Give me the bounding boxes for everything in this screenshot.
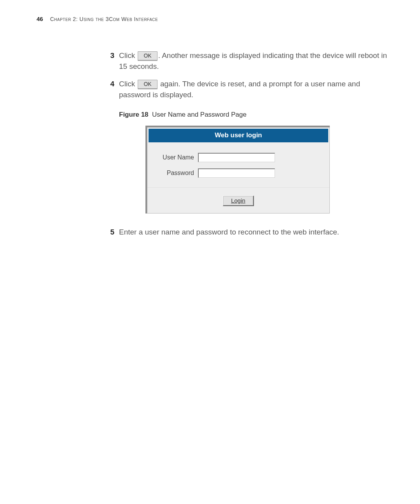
login-panel-body: User Name Password (147, 144, 329, 188)
step-4: 4 Click OK again. The device is reset, a… (109, 79, 387, 100)
running-header: 46 Chapter 2: Using the 3Com Web Interfa… (37, 16, 393, 22)
login-panel: Web user login User Name Password (145, 126, 330, 214)
figure-label: Figure 18 (119, 111, 149, 118)
password-input[interactable] (198, 168, 275, 178)
login-panel-title: Web user login (149, 129, 328, 142)
password-row: Password (156, 168, 321, 178)
step-5: 5 Enter a user name and password to reco… (109, 227, 387, 238)
ok-button-graphic: OK (138, 51, 157, 60)
figure-caption: Figure 18 User Name and Password Page (119, 111, 387, 119)
panel-main: Web user login User Name Password (147, 127, 330, 214)
figure-caption-text: User Name and Password Page (152, 111, 247, 118)
username-input[interactable] (198, 153, 275, 162)
panel-outer-bevel: Web user login User Name Password (145, 126, 330, 214)
step-3: 3 Click OK. Another message is displayed… (109, 50, 387, 72)
login-button[interactable]: Login (223, 196, 254, 206)
step-3-before: Click (119, 51, 137, 60)
login-panel-footer: Login (147, 188, 329, 213)
password-label: Password (156, 170, 194, 177)
step-text: Enter a user name and password to reconn… (119, 227, 387, 238)
username-label: User Name (156, 154, 194, 161)
chapter-title: Chapter 2: Using the 3Com Web Interface (50, 16, 158, 22)
document-page: 46 Chapter 2: Using the 3Com Web Interfa… (0, 0, 420, 504)
login-panel-figure: Web user login User Name Password (145, 126, 387, 214)
page-number: 46 (37, 16, 43, 22)
step-3-after: . Another message is displayed indicatin… (119, 51, 387, 70)
step-number: 3 (109, 50, 114, 72)
step-text: Click OK. Another message is displayed i… (119, 50, 387, 72)
username-row: User Name (156, 153, 321, 162)
ok-button-graphic: OK (138, 80, 157, 89)
step-number: 4 (109, 79, 114, 100)
body-column: 3 Click OK. Another message is displayed… (109, 50, 387, 238)
step-number: 5 (109, 227, 114, 238)
step-text: Click OK again. The device is reset, and… (119, 79, 387, 100)
step-4-before: Click (119, 80, 137, 88)
